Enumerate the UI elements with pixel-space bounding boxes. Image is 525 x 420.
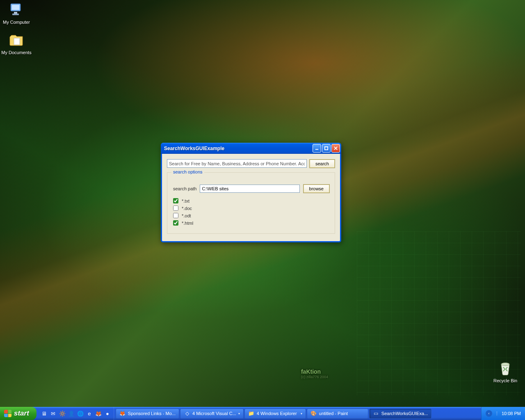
svg-rect-4 <box>14 38 20 45</box>
chevron-down-icon: ▾ <box>238 412 240 415</box>
task-label: 4 Windows Explorer <box>257 411 297 416</box>
filetype-label: *.doc <box>182 206 192 211</box>
filetype-checkbox-doc[interactable] <box>173 205 178 211</box>
task-app-icon: ◇ <box>184 410 190 417</box>
tray-expand-icon[interactable]: ‹ <box>486 410 492 417</box>
window-title: SearchWorksGUIExample <box>164 146 312 151</box>
chevron-down-icon: ▾ <box>301 412 302 415</box>
search-path-input[interactable] <box>200 185 299 193</box>
task-app-icon: 🎨 <box>310 410 317 417</box>
filetype-row: *.html <box>173 220 329 226</box>
taskbar-clock: 10:08 PM <box>502 411 521 416</box>
window-body: search search options search path browse… <box>162 154 340 241</box>
svg-point-5 <box>501 363 509 366</box>
filetype-checkbox-odt[interactable] <box>173 213 178 218</box>
system-tray: ‹ ⋮ 10:08 PM <box>481 407 525 420</box>
filetype-label: *.html <box>182 221 193 226</box>
filetype-row: *.txt <box>173 198 329 203</box>
filetype-checkbox-txt[interactable] <box>173 198 178 203</box>
ql-icon[interactable]: ● <box>104 410 111 417</box>
tray-icon[interactable]: ⋮ <box>495 411 499 416</box>
task-label: Sponsored Links - Mo... <box>128 411 176 416</box>
task-label: untitled - Paint <box>319 411 348 416</box>
filetype-checkbox-html[interactable] <box>173 220 178 226</box>
options-legend: search options <box>171 169 204 174</box>
svg-rect-2 <box>14 12 17 14</box>
search-path-label: search path <box>173 186 196 191</box>
wallpaper-credit: faKtion (c) zilla776 2004 <box>301 368 328 379</box>
quick-launch: 🖥 ✉ 🔆 👤 🌐 e 🦊 ● <box>38 407 114 420</box>
task-app-icon: 📁 <box>248 410 255 417</box>
folder-documents-icon <box>8 32 25 48</box>
taskbar-item[interactable]: 📁4 Windows Explorer▾ <box>244 409 306 419</box>
search-input[interactable] <box>167 159 307 168</box>
ql-icon[interactable]: 🖥 <box>41 410 48 417</box>
task-app-icon: ▭ <box>373 410 379 417</box>
taskbar-item[interactable]: 🎨untitled - Paint <box>307 409 368 419</box>
ql-icon[interactable]: ✉ <box>50 410 57 417</box>
taskbar: start 🖥 ✉ 🔆 👤 🌐 e 🦊 ● 🦊Sponsored Links -… <box>0 407 525 420</box>
windows-logo-icon <box>4 410 11 417</box>
ql-icon[interactable]: 👤 <box>68 410 75 417</box>
filetype-row: *.odt <box>173 213 329 218</box>
filetype-row: *.doc <box>173 205 329 211</box>
desktop-icon-my-computer[interactable]: My Computer <box>0 2 33 25</box>
taskbar-item[interactable]: ◇4 Microsoft Visual C...▾ <box>180 409 244 419</box>
recycle-bin-icon <box>497 360 514 377</box>
desktop-icon-recycle-bin[interactable]: Recycle Bin <box>489 360 522 383</box>
ql-icon[interactable]: 🦊 <box>95 410 102 417</box>
search-options-group: search options search path browse *.txt … <box>167 172 335 234</box>
svg-rect-7 <box>325 147 328 150</box>
browse-button[interactable]: browse <box>303 184 330 193</box>
ql-icon[interactable]: 🔆 <box>59 410 66 417</box>
minimize-button[interactable] <box>313 144 321 153</box>
computer-icon <box>8 2 25 18</box>
svg-rect-3 <box>12 14 19 15</box>
start-label: start <box>14 409 29 418</box>
start-button[interactable]: start <box>0 407 37 420</box>
filetype-label: *.txt <box>182 199 189 203</box>
taskbar-item[interactable]: 🦊Sponsored Links - Mo... <box>116 409 179 419</box>
ql-icon[interactable]: 🌐 <box>77 410 84 417</box>
taskbar-items: 🦊Sponsored Links - Mo...◇4 Microsoft Vis… <box>114 407 481 420</box>
desktop-icon-my-documents[interactable]: My Documents <box>0 32 33 55</box>
maximize-button[interactable] <box>322 144 331 153</box>
task-label: 4 Microsoft Visual C... <box>192 411 236 416</box>
desktop-icon-label: My Computer <box>0 20 33 25</box>
desktop-icon-label: My Documents <box>0 50 33 55</box>
ql-icon[interactable]: e <box>86 410 93 417</box>
task-label: SearchWorksGUIExa... <box>381 411 428 416</box>
taskbar-item[interactable]: ▭SearchWorksGUIExa... <box>369 409 432 419</box>
app-window: SearchWorksGUIExample search search opti… <box>161 143 341 242</box>
titlebar[interactable]: SearchWorksGUIExample <box>161 143 341 154</box>
task-app-icon: 🦊 <box>119 410 126 417</box>
svg-rect-1 <box>12 5 19 10</box>
desktop-icon-label: Recycle Bin <box>489 378 522 383</box>
close-button[interactable] <box>331 144 340 153</box>
filetype-label: *.odt <box>182 213 191 218</box>
search-button[interactable]: search <box>309 159 335 168</box>
